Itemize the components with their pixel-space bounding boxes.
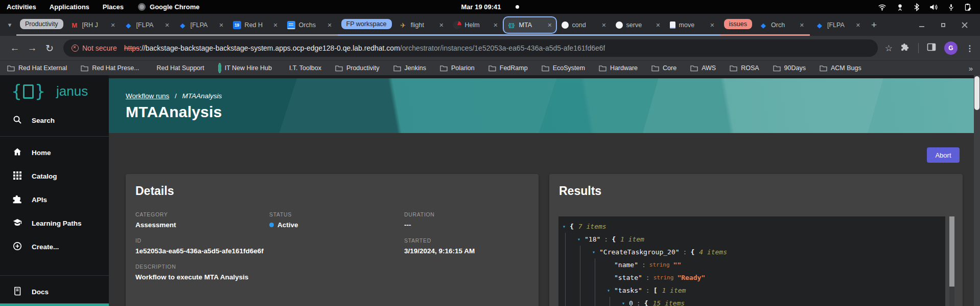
sidebar-item-apis[interactable]: APIs	[0, 188, 109, 211]
browser-tab[interactable]: Orchs✕	[283, 17, 336, 33]
browser-tab[interactable]: move✕	[666, 17, 719, 33]
reload-button[interactable]: ↻	[41, 39, 58, 57]
bluetooth-icon[interactable]	[914, 3, 920, 11]
tab-group-label[interactable]: Productivity	[20, 19, 63, 29]
forward-button[interactable]: →	[24, 39, 41, 57]
browser-tab-active[interactable]: {▯}MTA✕	[503, 17, 556, 33]
bookmark-item[interactable]: EcoSystem	[542, 64, 585, 72]
bookmark-item[interactable]: Core	[651, 64, 676, 72]
browser-tab[interactable]: ◆[FLPA✕	[121, 17, 174, 33]
profile-avatar[interactable]: G	[944, 41, 958, 55]
window-maximize-button[interactable]	[940, 22, 946, 28]
browser-tab[interactable]: ◆[FLPA✕	[175, 17, 228, 33]
address-bar[interactable]: Not secure https://backstage-backstage-b…	[63, 39, 878, 57]
tab-close-icon[interactable]: ✕	[856, 22, 860, 29]
tab-close-icon[interactable]: ✕	[165, 22, 169, 29]
json-expander-icon[interactable]: ▾	[577, 236, 585, 242]
browser-tab[interactable]: Helm✕	[449, 17, 502, 33]
browser-tab[interactable]: ◆Orch✕	[755, 17, 808, 33]
tab-group-label[interactable]: issues	[724, 19, 752, 29]
page-scrollbar[interactable]	[974, 75, 980, 306]
tab-close-icon[interactable]: ✕	[273, 22, 277, 29]
browser-tab[interactable]: M[RH J✕	[66, 17, 120, 33]
clock[interactable]: Mar 19 09:41	[461, 3, 501, 11]
window-close-button[interactable]	[962, 22, 968, 28]
detail-value-text: Workflow to execute MTA Analysis	[135, 273, 248, 281]
results-scrollbar-thumb[interactable]	[949, 216, 954, 287]
focused-app-indicator[interactable]: Google Chrome	[138, 3, 200, 11]
extensions-icon[interactable]	[901, 42, 910, 54]
breadcrumb-workflow-runs-link[interactable]: Workflow runs	[126, 92, 169, 100]
json-expander-icon[interactable]: ▾	[563, 224, 570, 229]
bookmark-item[interactable]: Hardware	[599, 64, 638, 72]
security-chip[interactable]: Not secure	[72, 44, 117, 52]
back-button[interactable]: ←	[6, 39, 24, 57]
bookmark-item[interactable]: AWS	[690, 64, 716, 72]
bookmark-item[interactable]: Red Hat External	[7, 64, 67, 72]
bookmark-item[interactable]: Red Hat Prese...	[81, 64, 139, 72]
tab-close-icon[interactable]: ✕	[219, 22, 223, 29]
microphone-icon[interactable]	[948, 3, 954, 11]
detail-field-status: STATUSActive	[269, 211, 404, 229]
sidebar-item-docs[interactable]: Docs	[0, 280, 109, 303]
bookmark-item[interactable]: ACM Bugs	[820, 64, 861, 72]
tab-close-icon[interactable]: ✕	[710, 22, 714, 29]
side-panel-icon[interactable]	[927, 42, 936, 54]
wifi-icon[interactable]	[878, 3, 886, 11]
browser-tab[interactable]: 19Red H✕	[229, 17, 282, 33]
browser-tab[interactable]: ✈flight✕	[395, 17, 448, 33]
json-expander-icon[interactable]: ▾	[607, 288, 614, 293]
chrome-menu-icon[interactable]: ⋮	[966, 43, 974, 53]
volume-icon[interactable]	[929, 3, 938, 11]
tab-group-label[interactable]: FP workspace	[341, 19, 392, 29]
bookmark-label: Productivity	[346, 64, 380, 72]
bookmark-item[interactable]: Red Hat Support	[153, 64, 204, 72]
page-header-banner: Workflow runs / MTAAnalysis MTAAnalysis	[109, 78, 974, 133]
json-expander-icon[interactable]: ▾	[592, 249, 599, 255]
bookmark-item[interactable]: FedRamp	[488, 64, 528, 72]
sidebar-item-create[interactable]: Create...	[0, 235, 109, 258]
activities-menu[interactable]: Activities	[7, 3, 36, 11]
applications-menu[interactable]: Applications	[50, 3, 89, 11]
bookmark-item[interactable]: IT New Hire Hub	[218, 64, 272, 72]
window-minimize-button[interactable]	[919, 22, 925, 28]
brand-logo[interactable]: { } janus	[0, 75, 109, 99]
page-scrollbar-thumb[interactable]	[974, 76, 979, 110]
tab-close-icon[interactable]: ✕	[327, 22, 332, 29]
sidebar-item-home[interactable]: Home	[0, 141, 109, 164]
bookmark-star-icon[interactable]: ☆	[885, 43, 893, 54]
clipboard-edit-icon[interactable]	[964, 3, 972, 11]
tab-close-icon[interactable]: ✕	[493, 22, 498, 29]
browser-tab[interactable]: cond✕	[557, 17, 611, 33]
sidebar-item-catalog[interactable]: Catalog	[0, 164, 109, 188]
browser-tab[interactable]: serve✕	[612, 17, 665, 33]
system-tray[interactable]	[878, 3, 972, 11]
json-expander-icon[interactable]: ▾	[622, 300, 629, 306]
folder-icon	[393, 65, 401, 72]
tab-close-icon[interactable]: ✕	[656, 22, 660, 29]
browser-tab[interactable]: ◆[FLPA✕	[811, 17, 865, 33]
tab-close-icon[interactable]: ✕	[439, 22, 444, 29]
bookmarks-overflow-chevron[interactable]: »	[969, 64, 973, 73]
bookmark-item[interactable]: ROSA	[730, 64, 759, 72]
bookmark-item[interactable]: Jenkins	[393, 64, 426, 72]
bookmark-item[interactable]: 90Days	[773, 64, 806, 72]
tab-close-icon[interactable]: ✕	[110, 22, 115, 29]
home-icon	[13, 147, 22, 158]
sidebar-item-search[interactable]: Search	[0, 108, 109, 132]
tab-close-icon[interactable]: ✕	[800, 22, 804, 29]
new-tab-button[interactable]: +	[871, 19, 877, 31]
mic-stand-icon[interactable]	[896, 3, 904, 11]
abort-button[interactable]: Abort	[927, 147, 960, 163]
bookmark-item[interactable]: I.T. Toolbox	[286, 64, 321, 72]
bookmark-item[interactable]: Productivity	[335, 64, 380, 72]
bookmark-item[interactable]: Polarion	[440, 64, 475, 72]
tab-search-chevron-icon[interactable]: ▾	[3, 21, 16, 29]
tab-close-icon[interactable]: ✕	[547, 22, 552, 29]
sidebar-item-learning-paths[interactable]: Learning Paths	[0, 211, 109, 235]
bookmark-label: ACM Bugs	[831, 64, 861, 72]
apis-icon	[13, 194, 22, 205]
tab-close-icon[interactable]: ✕	[601, 22, 606, 29]
places-menu[interactable]: Places	[103, 3, 124, 11]
results-scrollbar[interactable]	[949, 216, 954, 306]
